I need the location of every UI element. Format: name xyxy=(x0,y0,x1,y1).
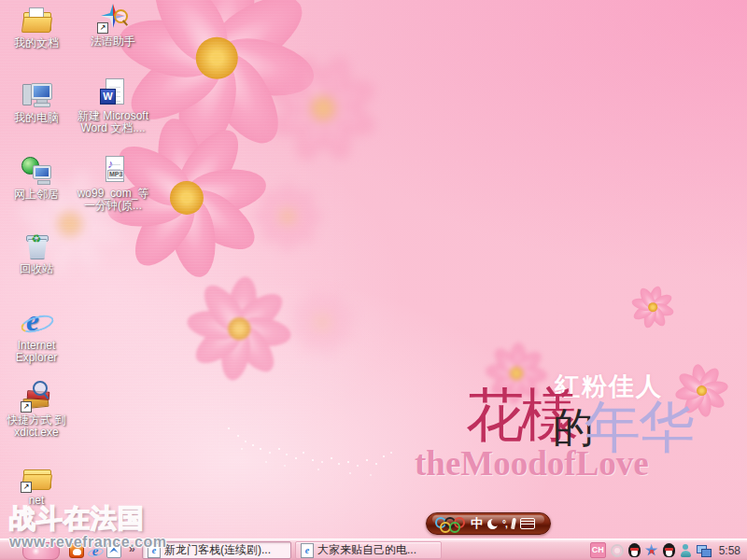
desktop-icon-frhelper[interactable]: ↗ 法语助手 xyxy=(77,2,149,48)
quick-launch-ie-icon[interactable]: e xyxy=(88,543,103,558)
ie-page-icon: e xyxy=(301,543,314,558)
mp3-file-icon: ♪ MP3 xyxy=(97,154,129,186)
ime-mode-toggle[interactable]: 中 xyxy=(471,515,483,532)
tray-qq-penguin-icon-2[interactable] xyxy=(663,543,675,557)
net-folder-icon: ↗ xyxy=(21,461,52,493)
sparkle-trail xyxy=(228,427,230,429)
desktop-icon-word-document[interactable]: W 新建 Microsoft Word 文档.... xyxy=(77,77,149,134)
taskbar-button-dajia[interactable]: e 大家来贴自己的电... xyxy=(295,541,442,559)
shortcut-arrow-icon: ↗ xyxy=(21,482,32,493)
mp3-tag: MP3 xyxy=(107,170,124,179)
language-indicator-badge[interactable]: CH xyxy=(590,542,606,558)
icon-label: wo99_com_等一分钟(原... xyxy=(77,188,149,212)
tray-qq-penguin-icon[interactable] xyxy=(628,543,641,557)
desktop-icon-my-computer[interactable]: 我的电脑 xyxy=(0,78,73,124)
icon-label: 法语助手 xyxy=(91,35,135,48)
quick-launch-orange-app-icon[interactable] xyxy=(69,543,84,558)
shortcut-arrow-icon: ↗ xyxy=(97,22,108,34)
frhelper-icon: ↗ xyxy=(97,2,129,34)
music-note-glyph: ♪ xyxy=(107,157,114,171)
my-computer-icon xyxy=(21,78,52,110)
taskbar-button-label: 新龙门客栈(连续剧)... xyxy=(164,542,271,558)
flower-decoration xyxy=(631,286,674,329)
olympic-rings-icon[interactable] xyxy=(435,517,466,531)
icon-label: net xyxy=(29,495,45,507)
punctuation-toggle[interactable]: °, xyxy=(502,519,507,529)
tray-messenger-person-icon[interactable] xyxy=(680,544,692,557)
system-tray: CH 5:58 xyxy=(583,539,747,560)
shortcut-arrow-icon: ↗ xyxy=(21,401,32,413)
icon-label: 我的文档 xyxy=(14,37,59,49)
tray-network-connection-icon[interactable] xyxy=(697,544,712,557)
icon-label: 网上邻居 xyxy=(14,189,59,201)
network-places-icon xyxy=(21,155,52,187)
desktop-icon-net-folder[interactable]: ↗ net xyxy=(0,461,73,507)
start-button[interactable] xyxy=(22,542,60,560)
wallpaper-title-english: theMoodofLove xyxy=(415,446,649,481)
desktop-icon-internet-explorer[interactable]: e Internet Explorer xyxy=(0,306,73,364)
quick-launch-outlook-icon[interactable] xyxy=(106,543,121,558)
word-w-glyph: W xyxy=(100,89,116,105)
desktop-icon-recycle-bin[interactable]: ♻ 回收站 xyxy=(0,230,73,275)
quick-launch-bar: e xyxy=(69,542,121,558)
taskbar-button-label: 大家来贴自己的电... xyxy=(317,542,416,558)
icon-label: 快捷方式 到 xdict.exe xyxy=(0,414,73,439)
recycle-glyph: ♻ xyxy=(21,232,52,245)
desktop-icon-xdict-shortcut[interactable]: ↗ 快捷方式 到 xdict.exe xyxy=(0,381,73,439)
desktop-icon-my-documents[interactable]: 我的文档 xyxy=(0,4,73,49)
ie-page-icon: e xyxy=(148,543,161,558)
fullwidth-moon-icon[interactable] xyxy=(487,519,498,529)
soft-keyboard-icon[interactable] xyxy=(520,518,535,529)
taskbar: e » e 新龙门客栈(连续剧)... e 大家来贴自己的电... CH 5:5… xyxy=(0,539,747,560)
desktop-icon-network-places[interactable]: 网上邻居 xyxy=(0,155,73,201)
icon-label: 新建 Microsoft Word 文档.... xyxy=(77,110,149,134)
ime-language-bar: 中 °, xyxy=(426,512,551,535)
xdict-icon: ↗ xyxy=(21,381,52,413)
desktop-icon-mp3-file[interactable]: ♪ MP3 wo99_com_等一分钟(原... xyxy=(77,154,149,212)
tray-ring-icon[interactable] xyxy=(611,544,624,557)
internet-explorer-icon: e xyxy=(21,306,52,338)
recycle-bin-icon: ♻ xyxy=(21,230,52,261)
icon-label: 我的电脑 xyxy=(14,112,59,124)
quick-launch-overflow-chevron[interactable]: » xyxy=(129,542,135,555)
my-documents-icon xyxy=(21,4,52,35)
icon-label: 回收站 xyxy=(20,263,53,275)
word-document-icon: W xyxy=(97,77,129,108)
pen-icon[interactable] xyxy=(511,518,516,530)
tray-star-app-icon[interactable] xyxy=(645,544,658,557)
tray-clock[interactable]: 5:58 xyxy=(719,544,740,557)
taskbar-button-xinlongmen[interactable]: e 新龙门客栈(连续剧)... xyxy=(142,541,291,559)
icon-label: Internet Explorer xyxy=(0,340,73,364)
